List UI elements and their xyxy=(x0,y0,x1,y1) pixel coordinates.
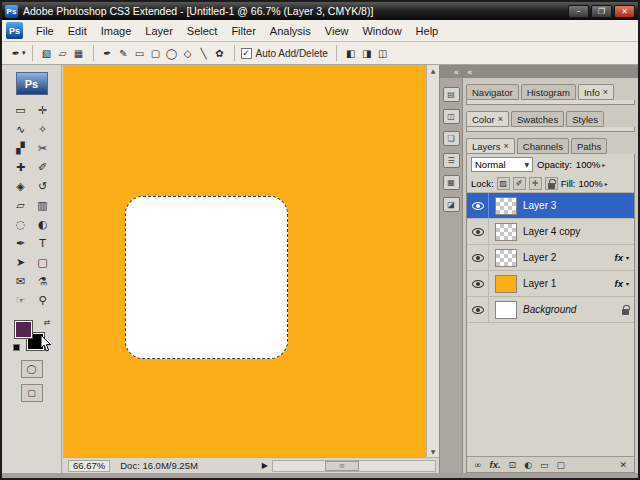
eraser-tool[interactable]: ▱ xyxy=(10,196,32,215)
vertical-scrollbar[interactable]: ▲ ▼ xyxy=(426,65,439,457)
layer-style-fx-icon[interactable]: fx xyxy=(615,252,623,263)
add-layer-mask-icon[interactable]: ⊡ xyxy=(509,460,517,470)
tab-color[interactable]: Color× xyxy=(466,111,509,127)
visibility-toggle[interactable] xyxy=(467,193,489,218)
blend-mode-select[interactable]: Normal ▼ xyxy=(471,157,533,172)
crop-tool[interactable]: ▞ xyxy=(10,139,32,158)
tab-info[interactable]: Info× xyxy=(578,84,614,100)
window-resize-edge[interactable] xyxy=(2,473,638,478)
dodge-tool[interactable]: ◐ xyxy=(32,215,54,234)
polygon-shape-button[interactable]: ◇ xyxy=(180,45,196,61)
visibility-toggle[interactable] xyxy=(467,271,489,296)
selection-rounded-rect[interactable] xyxy=(125,196,288,359)
ps-menu-logo-icon[interactable]: Ps xyxy=(6,22,23,39)
path-selection-tool[interactable]: ➤ xyxy=(10,253,32,272)
scroll-down-icon[interactable]: ▼ xyxy=(431,448,436,455)
lock-image-icon[interactable]: ✐ xyxy=(513,177,526,190)
custom-shape-button[interactable]: ✿ xyxy=(212,45,228,61)
quick-mask-button[interactable]: ◯ xyxy=(21,360,43,378)
chevron-down-icon[interactable]: ▾ xyxy=(22,49,26,57)
pen-tool-button[interactable]: ✒ xyxy=(100,45,116,61)
dock-panel-icon[interactable]: ☰ xyxy=(443,153,460,168)
adjustment-layer-icon[interactable]: ◐ xyxy=(524,460,532,470)
gradient-tool[interactable]: ▥ xyxy=(32,196,54,215)
minimize-button[interactable]: – xyxy=(568,5,589,18)
eyedropper-tool[interactable]: ⚗ xyxy=(32,272,54,291)
chevron-down-icon[interactable]: ▾ xyxy=(626,280,629,287)
opacity-input[interactable]: 100% ▸ xyxy=(576,159,605,170)
zoom-level[interactable]: 66.67% xyxy=(68,460,110,472)
title-bar[interactable]: Ps Adobe Photoshop CS3 Extended - [Untit… xyxy=(2,2,638,20)
layer-row-layer-4-copy[interactable]: Layer 4 copy xyxy=(467,219,634,245)
tab-channels[interactable]: Channels xyxy=(517,138,569,154)
layer-thumbnail[interactable] xyxy=(495,301,517,319)
rounded-rectangle-shape-button[interactable]: ▢ xyxy=(148,45,164,61)
foreground-color-swatch[interactable] xyxy=(15,321,32,338)
spinner-arrow-icon[interactable]: ▸ xyxy=(602,161,605,168)
spinner-arrow-icon[interactable]: ▸ xyxy=(605,180,608,187)
fill-input[interactable]: 100% ▸ xyxy=(579,178,608,189)
menu-file[interactable]: File xyxy=(29,20,61,41)
close-button[interactable]: ✕ xyxy=(614,5,635,18)
auto-add-delete-checkbox[interactable]: ✓ xyxy=(241,48,252,59)
layer-thumbnail[interactable] xyxy=(495,275,517,293)
lock-position-icon[interactable]: ✛ xyxy=(529,177,542,190)
swap-colors-icon[interactable]: ⇄ xyxy=(44,318,51,327)
canvas[interactable] xyxy=(63,65,426,457)
rectangular-marquee-tool[interactable]: ▭ xyxy=(10,101,32,120)
rectangle-tool[interactable]: ▢ xyxy=(32,253,54,272)
brush-tool[interactable]: ✐ xyxy=(32,158,54,177)
line-shape-button[interactable]: ╲ xyxy=(196,45,212,61)
dock-panel-icon[interactable]: ◫ xyxy=(443,109,460,124)
close-icon[interactable]: × xyxy=(498,114,503,124)
scrollbar-thumb[interactable]: ≡ xyxy=(325,461,359,471)
chevron-down-icon[interactable]: ▾ xyxy=(626,254,629,261)
new-group-icon[interactable]: ▭ xyxy=(540,460,549,470)
slice-tool[interactable]: ✂ xyxy=(32,139,54,158)
tab-histogram[interactable]: Histogram xyxy=(521,84,576,100)
new-layer-icon[interactable]: ▢ xyxy=(557,460,566,470)
dock-collapse-bar[interactable]: « xyxy=(440,65,462,78)
tab-styles[interactable]: Styles xyxy=(566,111,604,127)
menu-select[interactable]: Select xyxy=(180,20,225,41)
default-colors-icon[interactable] xyxy=(13,344,20,351)
subtract-from-shape-button[interactable]: ◨ xyxy=(359,45,375,61)
hand-tool[interactable]: ☞ xyxy=(10,291,32,310)
add-layer-style-icon[interactable]: fx. xyxy=(490,459,501,470)
pen-tool[interactable]: ✒ xyxy=(10,234,32,253)
panels-collapse-bar[interactable]: « xyxy=(463,65,638,78)
link-layers-icon[interactable]: ∞ xyxy=(474,460,482,470)
visibility-toggle[interactable] xyxy=(467,219,489,244)
delete-layer-icon[interactable]: ✕ xyxy=(619,460,627,470)
menu-help[interactable]: Help xyxy=(409,20,446,41)
menu-view[interactable]: View xyxy=(318,20,356,41)
tab-layers[interactable]: Layers× xyxy=(466,138,515,154)
menu-image[interactable]: Image xyxy=(94,20,139,41)
tab-paths[interactable]: Paths xyxy=(571,138,607,154)
screen-mode-button[interactable]: ▢ xyxy=(21,384,43,402)
ellipse-shape-button[interactable]: ◯ xyxy=(164,45,180,61)
layer-thumbnail[interactable] xyxy=(495,197,517,215)
menu-window[interactable]: Window xyxy=(355,20,408,41)
notes-tool[interactable]: ✉ xyxy=(10,272,32,291)
layer-row-layer-1[interactable]: Layer 1 fx ▾ xyxy=(467,271,634,297)
status-menu-arrow-icon[interactable]: ▶ xyxy=(262,461,268,470)
layer-row-layer-2[interactable]: Layer 2 fx ▾ xyxy=(467,245,634,271)
dock-panel-icon[interactable]: ◪ xyxy=(443,197,460,212)
type-tool[interactable]: T xyxy=(32,234,54,253)
move-tool[interactable]: ✛ xyxy=(32,101,54,120)
visibility-toggle[interactable] xyxy=(467,297,489,322)
dock-panel-icon[interactable]: ▦ xyxy=(443,175,460,190)
layer-style-fx-icon[interactable]: fx xyxy=(615,278,623,289)
close-icon[interactable]: × xyxy=(603,87,608,97)
visibility-toggle[interactable] xyxy=(467,245,489,270)
quick-selection-tool[interactable]: ✧ xyxy=(32,120,54,139)
healing-brush-tool[interactable]: ✚ xyxy=(10,158,32,177)
layer-row-background[interactable]: Background xyxy=(467,297,634,323)
shape-layers-button[interactable]: ▧ xyxy=(39,45,55,61)
menu-edit[interactable]: Edit xyxy=(61,20,94,41)
close-icon[interactable]: × xyxy=(504,141,509,151)
horizontal-scrollbar[interactable]: ≡ xyxy=(272,460,436,472)
blur-tool[interactable]: ◌ xyxy=(10,215,32,234)
zoom-tool[interactable]: ⚲ xyxy=(32,291,54,310)
